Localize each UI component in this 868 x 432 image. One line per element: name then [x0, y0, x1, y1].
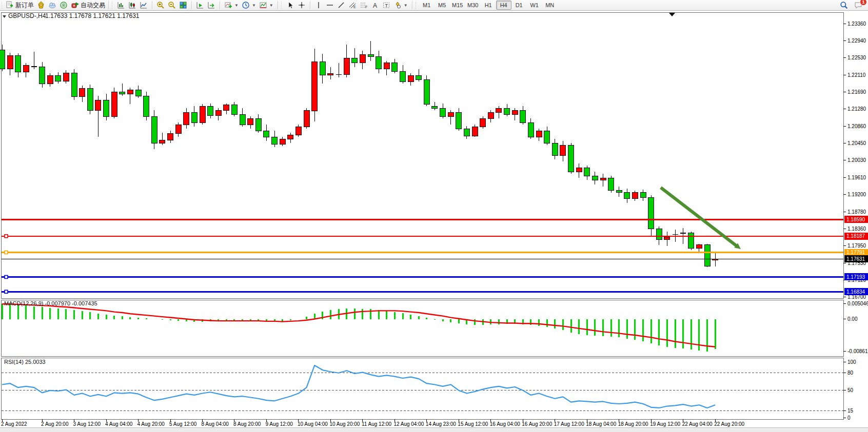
chart-shift-button[interactable]	[206, 1, 217, 10]
candle	[160, 140, 165, 143]
hline-button[interactable]	[324, 1, 336, 10]
toolbar-grip[interactable]	[281, 2, 283, 9]
timeframe-button-m1[interactable]: M1	[419, 1, 435, 10]
chevron-down-icon: ▼	[234, 3, 239, 8]
price-tick-label: 1.20860	[847, 124, 866, 129]
candle	[144, 96, 149, 116]
candle	[648, 197, 654, 229]
price-tick-label: 1.19200	[847, 192, 866, 197]
vline-button[interactable]	[313, 1, 324, 10]
candle	[47, 75, 53, 84]
candle	[504, 108, 510, 114]
candle	[456, 112, 462, 129]
timeframe-button-w1[interactable]: W1	[527, 1, 542, 10]
shapes-button[interactable]: ▼	[392, 1, 409, 10]
candle	[376, 57, 382, 69]
toolbar-grip[interactable]	[1, 2, 3, 9]
price-tick-label: 1.22940	[847, 38, 866, 44]
bar-chart-button[interactable]	[115, 1, 127, 10]
seal-button[interactable]	[35, 1, 47, 10]
price-tick-label: 1.20450	[847, 140, 866, 146]
candle	[352, 58, 358, 63]
text-button[interactable]: A	[369, 1, 381, 10]
timeframe-button-mn[interactable]: MN	[542, 1, 558, 10]
price-line-label: 1.17631	[846, 256, 865, 262]
zoom-in-button[interactable]	[155, 1, 166, 10]
search-button[interactable]	[838, 1, 850, 10]
indicators-button[interactable]: ▼	[223, 1, 240, 10]
label-icon: T	[382, 1, 390, 9]
line-handle[interactable]	[5, 251, 8, 254]
price-line-label: 1.17193	[846, 274, 865, 280]
time-tick-label: 9 Aug 12:00	[265, 421, 293, 427]
price-tick-label: 1.22530	[847, 55, 866, 60]
cloud-button[interactable]	[47, 1, 58, 10]
candle	[448, 112, 453, 116]
timeframe-button-m5[interactable]: M5	[435, 1, 450, 10]
crosshair-button[interactable]	[296, 1, 307, 10]
tile-windows-button[interactable]	[177, 1, 189, 10]
toolbar-grip[interactable]	[111, 2, 113, 9]
candle	[632, 193, 638, 199]
candle	[175, 125, 181, 134]
new-order-button[interactable]: 新订单	[4, 1, 35, 10]
candle	[304, 110, 309, 127]
candle	[560, 145, 566, 155]
candlestick-button[interactable]	[127, 1, 138, 10]
price-tick-label: 1.17950	[847, 243, 866, 249]
candle	[80, 89, 85, 97]
line-handle[interactable]	[5, 235, 8, 238]
price-line-label: 1.18590	[846, 217, 865, 222]
price-tick-label: 1.22110	[847, 72, 866, 78]
macd-label: MACD(12,26,9) -0.007970 -0.007435	[4, 300, 97, 306]
candle	[71, 73, 77, 97]
candle	[608, 178, 614, 190]
toolbar-separator	[220, 1, 220, 9]
candle	[472, 127, 478, 136]
toolbar-grip[interactable]	[415, 2, 417, 9]
auto-trading-button[interactable]: 自动交易	[69, 1, 107, 10]
time-tick-label: 14 Aug 23:00	[426, 421, 456, 427]
fibonacci-button[interactable]: F	[358, 1, 369, 10]
timeframe-button-d1[interactable]: D1	[511, 1, 527, 10]
rsi-axis-label: 0	[847, 415, 851, 421]
new-order-label: 新订单	[15, 1, 34, 10]
timeframe-button-h1[interactable]: H1	[481, 1, 496, 10]
main-toolbar: 新订单 自动交易 ▼▼▼ EFAT▼ M1M5M15M30H1H4D1W1MN …	[0, 0, 868, 11]
template-button[interactable]: ▼	[258, 1, 275, 10]
time-tick-label: 2 Aug 20:00	[41, 421, 69, 427]
time-tick-label: 5 Aug 12:00	[169, 421, 197, 427]
svg-text:A: A	[373, 2, 377, 9]
line-chart-button[interactable]	[138, 1, 149, 10]
zoom-out-button[interactable]	[166, 1, 177, 10]
candle	[135, 90, 141, 96]
candle	[384, 63, 389, 69]
line-handle[interactable]	[5, 275, 8, 278]
svg-text:F: F	[365, 5, 367, 9]
notifications-button[interactable]: 1	[853, 1, 864, 10]
cursor-button[interactable]	[285, 1, 296, 10]
channel-button[interactable]: E	[347, 1, 358, 10]
seal-icon	[37, 1, 45, 9]
timeframe-group: M1M5M15M30H1H4D1W1MN	[418, 0, 559, 10]
timeframe-button-m15[interactable]: M15	[450, 1, 465, 10]
candle	[544, 131, 550, 143]
candle	[464, 129, 469, 136]
timeframe-button-h4[interactable]: H4	[496, 1, 511, 10]
candle	[95, 100, 101, 110]
candle	[488, 112, 494, 118]
candle	[520, 110, 526, 122]
radar-button[interactable]	[58, 1, 69, 10]
trendline-button[interactable]	[336, 1, 347, 10]
timeframe-button-m30[interactable]: M30	[465, 1, 481, 10]
candle	[215, 110, 221, 115]
period-button[interactable]: ▼	[240, 1, 258, 10]
candle	[392, 63, 398, 71]
notification-badge: 1	[860, 0, 867, 6]
candle	[224, 105, 229, 110]
line-handle[interactable]	[5, 290, 8, 293]
auto-scroll-button[interactable]	[194, 1, 206, 10]
price-tick-label: 1.18360	[847, 226, 866, 232]
candle	[264, 131, 269, 137]
label-button[interactable]: T	[381, 1, 392, 10]
